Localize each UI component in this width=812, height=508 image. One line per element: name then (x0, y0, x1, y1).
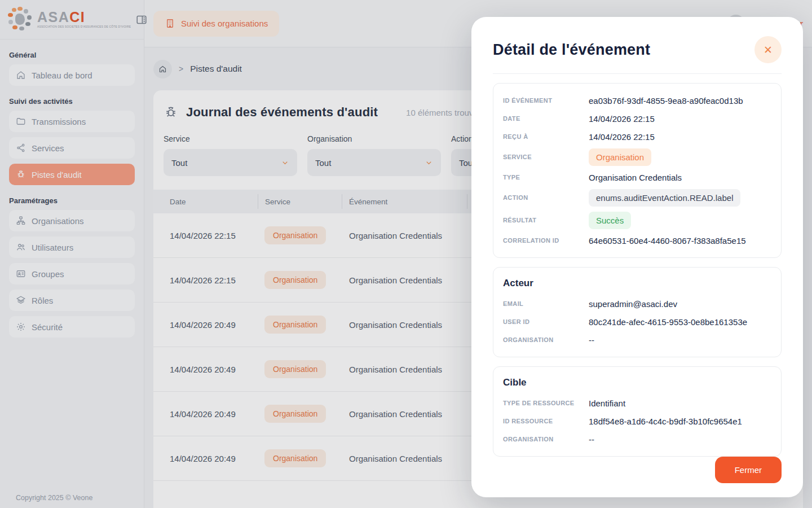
actor-section: Acteur EMAIL superadmin@asaci.dev USER I… (493, 267, 782, 357)
service-badge: Organisation (589, 148, 651, 166)
detail-row: ORGANISATION -- (503, 430, 771, 448)
detail-label: DATE (503, 115, 589, 122)
detail-label: TYPE (503, 174, 589, 181)
close-button[interactable]: Fermer (715, 457, 782, 483)
detail-label: USER ID (503, 318, 589, 325)
detail-label: ID ÉVÉNEMENT (503, 97, 589, 104)
detail-label: EMAIL (503, 300, 589, 307)
target-section: Cible TYPE DE RESSOURCE Identifiant ID R… (493, 366, 782, 457)
detail-value: -- (589, 335, 771, 345)
detail-label: SERVICE (503, 154, 589, 160)
status-badge: Succès (589, 212, 631, 229)
actor-section-title: Acteur (503, 278, 771, 289)
action-badge: enums.auditEventAction.READ.label (589, 189, 740, 207)
detail-row: ID ÉVÉNEMENT ea03b76f-93df-4855-9ea8-a90… (503, 91, 771, 110)
close-icon[interactable]: ✕ (754, 36, 782, 63)
detail-value: ea03b76f-93df-4855-9ea8-a90feac0d13b (589, 96, 771, 106)
detail-row: ID RESSOURCE 18df54e8-a1d6-4c4c-b9df-3b1… (503, 412, 771, 430)
detail-row: RÉSULTAT Succès (503, 209, 771, 231)
detail-label: ORGANISATION (503, 436, 589, 443)
detail-value: Organisation Credentials (589, 173, 771, 182)
detail-row: USER ID 80c241de-afec-4615-9553-0e8be161… (503, 313, 771, 331)
detail-value: 64e60531-60e4-4460-8067-f383a8fa5e15 (589, 236, 771, 246)
detail-row: TYPE Organisation Credentials (503, 168, 771, 186)
detail-row: REÇU À 14/04/2026 22:15 (503, 128, 771, 146)
detail-row: DATE 14/04/2026 22:15 (503, 110, 771, 128)
detail-label: ID RESSOURCE (503, 418, 589, 424)
detail-value: -- (589, 435, 771, 444)
detail-label: TYPE DE RESSOURCE (503, 400, 589, 406)
detail-value: 80c241de-afec-4615-9553-0e8be161353e (589, 317, 771, 327)
detail-label: ACTION (503, 194, 589, 201)
modal-title: Détail de l'événement (493, 41, 650, 59)
detail-label: CORRELATION ID (503, 237, 589, 244)
detail-value: 14/04/2026 22:15 (589, 114, 771, 124)
event-detail-section: ID ÉVÉNEMENT ea03b76f-93df-4855-9ea8-a90… (493, 83, 782, 258)
detail-value: superadmin@asaci.dev (589, 299, 771, 309)
detail-label: RÉSULTAT (503, 217, 589, 224)
detail-row: CORRELATION ID 64e60531-60e4-4460-8067-f… (503, 231, 771, 249)
detail-row: TYPE DE RESSOURCE Identifiant (503, 394, 771, 412)
detail-row: ACTION enums.auditEventAction.READ.label (503, 186, 771, 209)
detail-row: EMAIL superadmin@asaci.dev (503, 295, 771, 313)
detail-value: 18df54e8-a1d6-4c4c-b9df-3b10fc9654e1 (589, 417, 771, 426)
target-section-title: Cible (503, 377, 771, 388)
event-detail-modal: Détail de l'événement ✕ ID ÉVÉNEMENT ea0… (471, 17, 803, 497)
detail-value: Identifiant (589, 398, 771, 408)
detail-row: SERVICE Organisation (503, 146, 771, 168)
detail-row: ORGANISATION -- (503, 331, 771, 349)
detail-value: 14/04/2026 22:15 (589, 132, 771, 142)
detail-label: REÇU À (503, 133, 589, 140)
detail-label: ORGANISATION (503, 336, 589, 343)
modal-divider (493, 73, 782, 74)
